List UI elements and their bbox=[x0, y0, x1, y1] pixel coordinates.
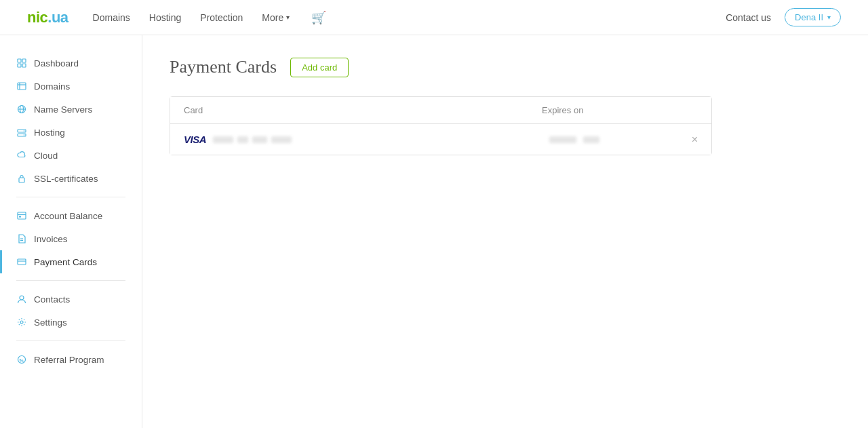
page-title: Payment Cards bbox=[170, 57, 277, 77]
sidebar-item-cloud[interactable]: Cloud bbox=[0, 144, 142, 167]
svg-point-13 bbox=[24, 134, 25, 136]
nav-more[interactable]: More ▾ bbox=[262, 12, 290, 23]
svg-rect-1 bbox=[22, 59, 26, 62]
sidebar: Dashboard Domains Name Servers bbox=[0, 35, 142, 428]
sidebar-label-domains: Domains bbox=[34, 81, 70, 92]
remove-card-button[interactable]: × bbox=[692, 134, 698, 145]
nameserver-icon bbox=[16, 104, 27, 115]
sidebar-label-nameservers: Name Servers bbox=[34, 104, 92, 115]
card-number-blurred bbox=[213, 136, 292, 143]
sidebar-divider-1 bbox=[16, 197, 125, 197]
col-card: Card bbox=[184, 105, 542, 115]
main-content: Payment Cards Add card Card Expires on V… bbox=[142, 35, 868, 428]
balance-icon bbox=[16, 210, 27, 221]
sidebar-item-invoices[interactable]: Invoices bbox=[0, 227, 142, 250]
sidebar-label-contacts: Contacts bbox=[34, 294, 70, 305]
sidebar-divider-3 bbox=[16, 341, 125, 341]
sidebar-item-payment-cards[interactable]: Payment Cards bbox=[0, 250, 142, 273]
sidebar-item-domains[interactable]: Domains bbox=[0, 75, 142, 98]
sidebar-label-dashboard: Dashboard bbox=[34, 58, 79, 69]
card-info: VISA bbox=[184, 134, 549, 145]
expires-blurred-2 bbox=[583, 136, 599, 143]
chevron-down-icon: ▾ bbox=[286, 14, 290, 21]
svg-rect-2 bbox=[18, 64, 21, 67]
nav-domains[interactable]: Domains bbox=[93, 12, 130, 23]
expires-blurred bbox=[549, 136, 576, 143]
grid-icon bbox=[16, 58, 27, 69]
sidebar-label-invoices: Invoices bbox=[34, 234, 68, 244]
contact-us-link[interactable]: Contact us bbox=[726, 12, 771, 23]
sidebar-label-settings: Settings bbox=[34, 317, 67, 328]
user-chevron-icon: ▾ bbox=[827, 14, 831, 21]
sidebar-item-hosting[interactable]: Hosting bbox=[0, 121, 142, 144]
sidebar-label-hosting: Hosting bbox=[34, 128, 65, 138]
svg-point-23 bbox=[20, 321, 23, 324]
header-right: Contact us Dena II ▾ bbox=[726, 8, 841, 26]
contact-icon bbox=[16, 294, 27, 305]
domain-icon bbox=[16, 81, 27, 92]
svg-rect-20 bbox=[18, 259, 26, 265]
svg-rect-14 bbox=[19, 178, 24, 182]
payment-cards-table: Card Expires on VISA bbox=[170, 96, 712, 155]
sidebar-divider-2 bbox=[16, 280, 125, 281]
page-layout: Dashboard Domains Name Servers bbox=[0, 35, 868, 428]
sidebar-item-contacts[interactable]: Contacts bbox=[0, 288, 142, 311]
svg-rect-17 bbox=[19, 216, 21, 218]
page-header: Payment Cards Add card bbox=[170, 57, 841, 77]
visa-logo: VISA bbox=[184, 134, 206, 145]
add-card-button[interactable]: Add card bbox=[290, 58, 349, 77]
sidebar-item-nameservers[interactable]: Name Servers bbox=[0, 98, 142, 121]
sidebar-item-dashboard[interactable]: Dashboard bbox=[0, 52, 142, 75]
cart-icon[interactable]: 🛒 bbox=[311, 10, 326, 25]
svg-point-12 bbox=[24, 130, 25, 132]
user-menu-button[interactable]: Dena II ▾ bbox=[785, 8, 841, 26]
ssl-icon bbox=[16, 173, 27, 184]
card-group-4 bbox=[271, 136, 292, 143]
invoice-icon bbox=[16, 233, 27, 244]
nav-protection[interactable]: Protection bbox=[200, 12, 243, 23]
card-group-1 bbox=[213, 136, 233, 143]
sidebar-label-cloud: Cloud bbox=[34, 151, 58, 161]
main-nav: Domains Hosting Protection More ▾ 🛒 bbox=[93, 10, 726, 25]
sidebar-item-account-balance[interactable]: Account Balance bbox=[0, 204, 142, 227]
svg-rect-15 bbox=[18, 212, 26, 219]
settings-icon bbox=[16, 317, 27, 328]
sidebar-item-referral[interactable]: % Referral Program bbox=[0, 348, 142, 371]
hosting-icon bbox=[16, 127, 27, 138]
sidebar-item-ssl[interactable]: SSL-certificates bbox=[0, 167, 142, 190]
referral-icon: % bbox=[16, 354, 27, 365]
sidebar-item-settings[interactable]: Settings bbox=[0, 311, 142, 334]
table-header: Card Expires on bbox=[170, 97, 711, 124]
sidebar-label-ssl: SSL-certificates bbox=[34, 174, 98, 184]
card-icon bbox=[16, 256, 27, 267]
svg-rect-4 bbox=[18, 83, 26, 90]
table-row: VISA × bbox=[170, 124, 711, 155]
nav-hosting[interactable]: Hosting bbox=[149, 12, 181, 23]
expires-info bbox=[549, 136, 685, 143]
svg-rect-3 bbox=[22, 64, 26, 67]
sidebar-label-referral: Referral Program bbox=[34, 355, 104, 365]
sidebar-label-account-balance: Account Balance bbox=[34, 211, 102, 221]
cloud-icon bbox=[16, 150, 27, 161]
card-group-3 bbox=[252, 136, 267, 143]
svg-point-22 bbox=[20, 296, 24, 300]
svg-text:%: % bbox=[20, 358, 24, 363]
col-expires: Expires on bbox=[542, 105, 677, 115]
header: nic.ua Domains Hosting Protection More ▾… bbox=[0, 0, 868, 35]
logo[interactable]: nic.ua bbox=[27, 9, 68, 26]
svg-rect-0 bbox=[18, 59, 21, 62]
card-group-2 bbox=[237, 136, 248, 143]
sidebar-label-payment-cards: Payment Cards bbox=[34, 257, 97, 267]
